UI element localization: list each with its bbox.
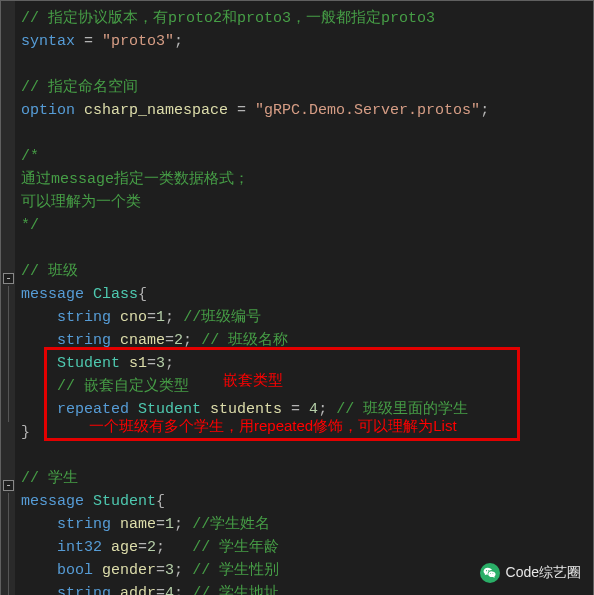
code-line[interactable]: string cname=2; // 班级名称 [1, 329, 593, 352]
comment: // 学生年龄 [192, 539, 279, 556]
comment: // 嵌套自定义类型 [57, 378, 189, 395]
comment: //学生姓名 [192, 516, 270, 533]
annotation-label-nested: 嵌套类型 [223, 371, 283, 390]
code-line[interactable]: int32 age=2; // 学生年龄 [1, 536, 593, 559]
comment: // 指定协议版本，有proto2和proto3，一般都指定proto3 [21, 10, 435, 27]
watermark: Code综艺圈 [480, 563, 581, 583]
code-line[interactable]: 通过message指定一类数据格式； [1, 168, 593, 191]
code-line[interactable]: message Student{ [1, 490, 593, 513]
watermark-label: Code综艺圈 [506, 564, 581, 582]
comment: */ [21, 217, 39, 234]
code-line[interactable]: string cno=1; //班级编号 [1, 306, 593, 329]
comment: // 学生 [21, 470, 78, 487]
code-line[interactable]: option csharp_namespace = "gRPC.Demo.Ser… [1, 99, 593, 122]
code-line[interactable]: */ [1, 214, 593, 237]
comment: // 班级 [21, 263, 78, 280]
comment: // 学生地址 [192, 585, 279, 595]
code-line[interactable]: string addr=4; // 学生地址 [1, 582, 593, 595]
code-line[interactable]: message Class{ [1, 283, 593, 306]
annotation-label-repeated: 一个班级有多个学生，用repeated修饰，可以理解为List [89, 417, 457, 436]
code-line[interactable]: // 班级 [1, 260, 593, 283]
comment: // 班级名称 [201, 332, 288, 349]
code-line[interactable]: // 学生 [1, 467, 593, 490]
code-line[interactable]: Student s1=3; [1, 352, 593, 375]
comment: // 班级里面的学生 [336, 401, 468, 418]
comment: /* [21, 148, 39, 165]
code-line[interactable]: // 指定协议版本，有proto2和proto3，一般都指定proto3 [1, 7, 593, 30]
code-line[interactable]: string name=1; //学生姓名 [1, 513, 593, 536]
code-line[interactable] [1, 444, 593, 467]
fold-guide-class [8, 286, 9, 422]
code-line[interactable]: /* [1, 145, 593, 168]
comment: // 学生性别 [192, 562, 279, 579]
code-line[interactable] [1, 237, 593, 260]
code-line[interactable]: syntax = "proto3"; [1, 30, 593, 53]
comment: 可以理解为一个类 [21, 194, 141, 211]
fold-guide-student [8, 493, 9, 595]
wechat-icon [480, 563, 500, 583]
code-editor[interactable]: - - // 指定协议版本，有proto2和proto3，一般都指定proto3… [0, 0, 594, 595]
comment: // 指定命名空间 [21, 79, 138, 96]
code-line[interactable] [1, 53, 593, 76]
code-line[interactable]: // 嵌套自定义类型 [1, 375, 593, 398]
fold-toggle-student[interactable]: - [3, 480, 14, 491]
code-line[interactable] [1, 122, 593, 145]
fold-toggle-class[interactable]: - [3, 273, 14, 284]
code-line[interactable]: 可以理解为一个类 [1, 191, 593, 214]
comment: 通过message指定一类数据格式； [21, 171, 249, 188]
comment: //班级编号 [183, 309, 261, 326]
code-line[interactable]: // 指定命名空间 [1, 76, 593, 99]
